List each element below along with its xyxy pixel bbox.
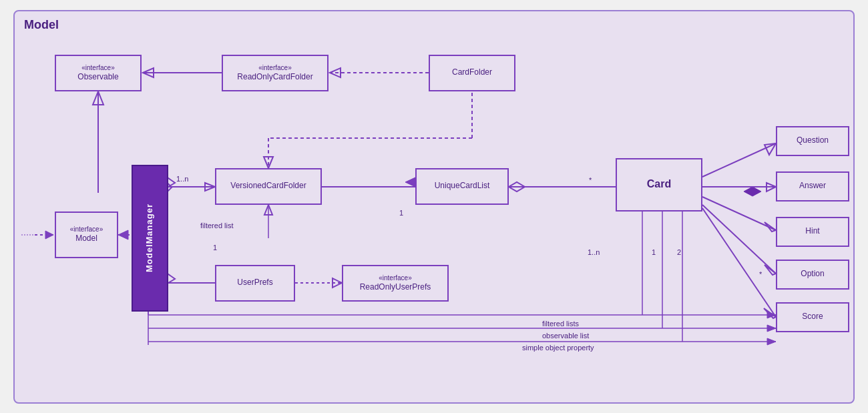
- filtered-list-label: filtered list: [200, 222, 234, 230]
- svg-marker-25: [744, 187, 761, 196]
- diagram-container: Model: [13, 10, 855, 404]
- svg-marker-1: [143, 68, 154, 77]
- option-box: Option: [776, 260, 849, 290]
- question-box: Question: [776, 126, 849, 156]
- user-prefs-box: UserPrefs: [215, 265, 295, 302]
- multiplicity-1n-vcf: 1..n: [176, 175, 188, 183]
- multiplicity-1-ucl: 1: [399, 209, 403, 217]
- svg-marker-27: [767, 183, 776, 191]
- svg-marker-44: [767, 338, 776, 345]
- card-folder-box: CardFolder: [429, 55, 515, 91]
- simple-object-property-label: simple object property: [522, 344, 594, 352]
- rocf-label: ReadOnlyCardFolder: [237, 72, 312, 83]
- svg-line-32: [702, 208, 776, 317]
- svg-marker-7: [118, 230, 128, 240]
- rocf-stereotype: «interface»: [258, 63, 291, 72]
- observable-box: «interface» Observable: [55, 55, 142, 91]
- multiplicity-1n-bot: 1..n: [588, 248, 600, 256]
- observable-stereotype: «interface»: [81, 63, 114, 72]
- model-interface-box: «interface» Model: [55, 212, 118, 258]
- multiplicity-star-option: *: [759, 270, 762, 278]
- svg-line-23: [702, 143, 776, 177]
- vcf-label: VersionedCardFolder: [230, 181, 306, 191]
- hint-label: Hint: [805, 226, 819, 237]
- unique-card-list-box: UniqueCardList: [415, 168, 509, 205]
- roup-label: ReadOnlyUserPrefs: [360, 282, 431, 293]
- multiplicity-1-up: 1: [213, 244, 217, 252]
- versioned-card-folder-box: VersionedCardFolder: [215, 168, 322, 205]
- ucl-label: UniqueCardList: [435, 181, 490, 191]
- svg-marker-31: [765, 265, 776, 275]
- question-label: Question: [797, 135, 829, 146]
- observable-label: Observable: [77, 72, 118, 83]
- svg-marker-14: [264, 157, 273, 168]
- svg-marker-16: [205, 183, 215, 191]
- multiplicity-2-bot: 2: [677, 248, 681, 256]
- model-manager-label: ModelManager: [144, 203, 156, 272]
- model-label: Model: [75, 234, 97, 244]
- answer-box: Answer: [776, 171, 849, 201]
- roup-stereotype: «interface»: [379, 274, 411, 282]
- svg-marker-42: [767, 325, 776, 332]
- option-label: Option: [801, 269, 824, 280]
- svg-marker-3: [330, 68, 341, 77]
- score-box: Score: [776, 302, 849, 332]
- card-box: Card: [616, 158, 702, 212]
- user-prefs-label: UserPrefs: [237, 278, 272, 288]
- card-label: Card: [647, 177, 671, 191]
- filtered-lists-label: filtered lists: [542, 320, 579, 328]
- svg-marker-29: [765, 222, 776, 232]
- svg-marker-33: [764, 308, 776, 318]
- model-stereotype: «interface»: [70, 225, 103, 234]
- multiplicity-star-card: *: [589, 176, 592, 184]
- read-only-card-folder-box: «interface» ReadOnlyCardFolder: [222, 55, 329, 91]
- svg-marker-24: [765, 143, 776, 155]
- card-folder-label: CardFolder: [452, 67, 492, 78]
- svg-marker-5: [93, 91, 103, 105]
- svg-marker-50: [264, 205, 272, 215]
- svg-line-28: [702, 197, 776, 230]
- svg-line-30: [702, 205, 776, 274]
- answer-label: Answer: [799, 181, 826, 191]
- multiplicity-1-bot: 1: [652, 248, 656, 256]
- svg-marker-10: [45, 231, 53, 239]
- model-manager-box: ModelManager: [132, 165, 168, 312]
- hint-box: Hint: [776, 217, 849, 247]
- score-label: Score: [802, 312, 823, 322]
- svg-marker-22: [509, 182, 525, 191]
- svg-marker-40: [767, 312, 776, 318]
- diagram-title: Model: [24, 18, 59, 32]
- read-only-user-prefs-box: «interface» ReadOnlyUserPrefs: [342, 265, 449, 302]
- svg-marker-37: [333, 278, 342, 288]
- observable-list-label: observable list: [542, 332, 589, 340]
